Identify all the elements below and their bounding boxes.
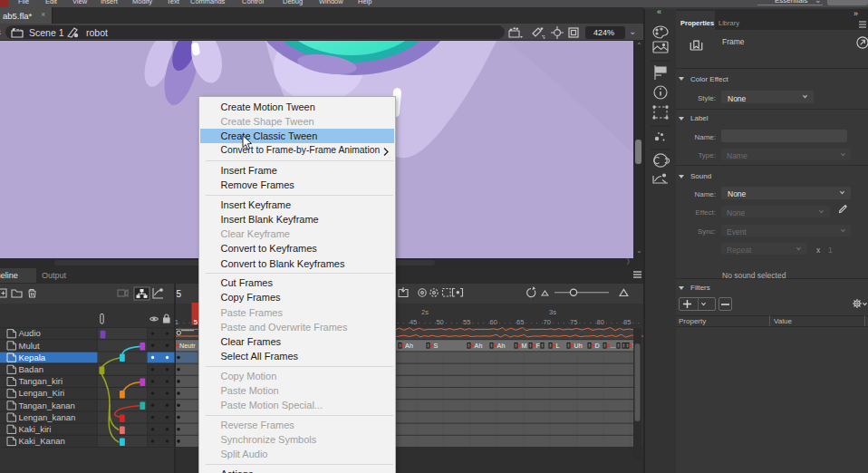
svg-text:55: 55 (463, 318, 470, 326)
svg-text:85: 85 (623, 318, 631, 326)
svg-text:Mulut: Mulut (19, 341, 41, 351)
svg-text:Kaki_Kanan: Kaki_Kanan (19, 436, 65, 446)
svg-text:2s: 2s (421, 308, 429, 316)
svg-text:80: 80 (597, 318, 604, 326)
svg-text:M: M (522, 342, 527, 350)
svg-text:75: 75 (570, 318, 577, 326)
svg-text:L: L (556, 342, 560, 350)
svg-text:Ah: Ah (475, 342, 483, 350)
svg-text:Ah: Ah (497, 342, 506, 350)
svg-text:Timeline: Timeline (0, 271, 18, 280)
svg-text:65: 65 (516, 318, 524, 326)
svg-text:5: 5 (177, 289, 182, 299)
svg-text:Kepala: Kepala (19, 352, 46, 362)
svg-text:Tangan_kanan: Tangan_kanan (19, 401, 75, 410)
svg-text:50: 50 (436, 318, 443, 326)
svg-text:45: 45 (410, 318, 417, 326)
svg-text:Kaki_kiri: Kaki_kiri (19, 424, 52, 434)
svg-text:60: 60 (490, 318, 497, 326)
svg-text:3s: 3s (549, 308, 556, 316)
svg-text:S: S (434, 342, 439, 350)
svg-text:Neutr: Neutr (179, 342, 196, 350)
svg-text:Ah: Ah (405, 342, 413, 350)
svg-text:Audio: Audio (19, 328, 41, 338)
svg-text:70: 70 (544, 318, 551, 326)
svg-text:F: F (536, 342, 541, 350)
svg-text:Badan: Badan (19, 364, 43, 374)
svg-text:Uh: Uh (574, 342, 583, 350)
svg-text:5: 5 (194, 318, 198, 326)
svg-text:Lengan_kanan: Lengan_kanan (19, 412, 76, 422)
svg-text:D: D (595, 342, 600, 350)
svg-text:...: ... (611, 342, 616, 350)
svg-text:Output: Output (42, 271, 67, 280)
svg-text:1: 1 (175, 318, 178, 326)
svg-text:Tangan_kiri: Tangan_kiri (19, 376, 63, 386)
svg-text:Lengan_Kiri: Lengan_Kiri (19, 388, 65, 398)
